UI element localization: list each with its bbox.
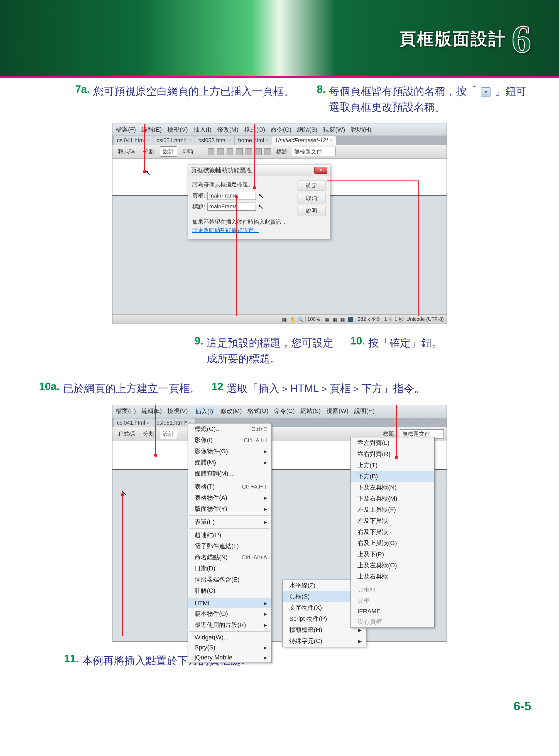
view-code[interactable]: 程式碼 [115,429,137,439]
menu-item[interactable]: 靠右對齊(R) [351,449,434,460]
menu-item[interactable]: 修改(M) [217,125,239,134]
menu-item[interactable]: 插入(I) [194,407,215,416]
menu-item[interactable]: 下及右巢狀(M) [351,493,434,504]
zoom-icon[interactable]: 🔍 [297,317,303,322]
menu-item[interactable]: 上及下(P) [351,549,434,560]
title-input[interactable]: 無標題文件 [292,147,336,156]
menu-item[interactable]: 伺服器端包含(E) [188,574,271,585]
menu-item[interactable]: Widget(W)... [188,633,271,642]
menu-item[interactable]: 下及左巢狀(N) [351,482,434,493]
menu-item[interactable]: 命令(C) [274,407,295,416]
menu-item[interactable]: IFRAME [351,606,434,616]
menu-item[interactable]: 格式(O) [244,125,265,134]
menu-item[interactable]: 左及下巢狀 [351,515,434,526]
ok-button[interactable]: 確定 [297,181,326,191]
menu-item[interactable]: 檢視(V) [167,125,188,134]
frame-select[interactable]: mainFrame [207,192,256,200]
tab[interactable]: csl041.html× [114,136,153,145]
screenshot-2-wrap: 檔案(F) 編輯(E) 檢視(V) 插入(I) 修改(M) 格式(O) 命令(C… [28,402,531,644]
menu-item[interactable]: 左及上巢狀(F) [351,504,434,515]
menu-item[interactable]: 範本物件(O)▶ [188,608,271,619]
field-frame-label: 頁框: [192,192,205,200]
menu-item[interactable]: 電子郵件連結(L) [188,541,271,552]
close-icon[interactable]: × [228,138,231,143]
menu-item[interactable]: 檔案(F) [116,125,136,134]
help-button[interactable]: 說明 [297,206,326,216]
tab[interactable]: home.html× [235,136,272,145]
menu-item[interactable]: 視窗(W) [323,125,345,134]
selector-icon[interactable]: ▦ [282,317,287,322]
tool-icon[interactable] [246,148,252,155]
view-live[interactable]: 即時 [180,147,197,156]
tool-icon[interactable]: ▦ [325,317,330,322]
tool-icon[interactable] [265,148,271,155]
menu-item[interactable]: 媒體(M)▶ [188,457,271,468]
menu-item[interactable]: 日期(D) [188,563,271,574]
menu-item[interactable]: 註解(C) [188,585,271,596]
menu-item[interactable]: 修改(M) [221,407,242,416]
menu-item[interactable]: 網站(S) [297,125,317,134]
view-split[interactable]: 分割 [140,147,157,156]
close-icon[interactable]: ✕ [314,167,327,174]
menu-item[interactable]: 影像(I)Ctrl+Alt+I [188,435,271,446]
menu-item[interactable]: 檔案(F) [116,407,136,416]
menu-item[interactable]: 影像物件(G)▶ [188,446,271,457]
menu-item[interactable]: 最近使用的片段(R)▶ [188,619,271,631]
tab[interactable]: csl041.html× [114,418,153,427]
menu-item[interactable]: 版面物件(Y)▶ [188,503,271,514]
menu-item[interactable]: 說明(H) [351,125,372,134]
dialog-link[interactable]: 請更改輔助功能偏好設定。 [192,227,259,233]
tool-icon[interactable] [348,317,353,322]
tab-active[interactable]: UntitledFrameset-12*× [272,136,336,145]
tool-icon[interactable]: ▦ [332,317,337,322]
tool-icon[interactable] [236,148,243,155]
view-design[interactable]: 設計 [160,429,177,439]
menu-item[interactable]: 表格(T)Ctrl+Alt+T [188,481,271,492]
menu-item[interactable]: 超連結(P) [188,529,271,541]
tool-icon[interactable] [217,148,224,155]
menu-item[interactable]: 視窗(W) [326,407,348,416]
menu-item[interactable]: 右及下巢狀 [351,526,434,537]
view-code[interactable]: 程式碼 [115,147,137,156]
cancel-button[interactable]: 取消 [297,193,326,203]
zoom-level[interactable]: 100% [306,316,322,322]
tab[interactable]: csl052.html× [195,136,234,145]
menu-item[interactable]: 表單(F)▶ [188,517,271,528]
menu-item[interactable]: 表格物件(A)▶ [188,492,271,503]
menu-item[interactable]: 標籤(G)...Ctrl+E [188,423,271,435]
menu-item[interactable]: 網站(S) [300,407,321,416]
tool-icon[interactable] [227,148,233,155]
close-icon[interactable]: × [147,420,149,426]
menu-item[interactable]: 下方(B) [351,471,434,482]
menu-item[interactable]: 編輯(E) [141,125,162,134]
close-icon[interactable]: × [330,138,332,143]
menu-item[interactable]: jQuery Mobile▶ [188,652,271,663]
menu-item[interactable]: 媒體查詢(M)... [188,468,271,479]
menu-item[interactable]: 命令(C) [271,125,291,134]
menu-item[interactable]: HTML▶ [188,598,271,608]
menu-item[interactable]: 插入(I) [194,125,211,134]
tool-icon[interactable] [255,148,262,155]
menu-item[interactable]: 上方(T) [351,460,434,471]
tab[interactable]: csl051.html*× [153,136,195,145]
menu-item[interactable]: 上及右巢狀 [351,571,434,582]
view-split[interactable]: 分割 [140,429,157,439]
menu-item[interactable]: 上及左巢狀(O) [351,560,434,571]
menu-item[interactable]: 靠左對齊(L) [351,437,434,449]
menu-item[interactable]: 命名錨點(N)Ctrl+Alt+A [188,552,271,563]
menu-item[interactable]: 檢視(V) [167,407,188,416]
close-icon[interactable]: × [188,138,191,143]
view-design[interactable]: 設計 [160,146,177,157]
close-icon[interactable]: × [147,138,149,143]
hand-icon[interactable]: ✋ [290,317,295,322]
menu-item[interactable]: 右及上巢狀(G) [351,537,434,549]
title-input[interactable]: mainFrame [207,203,256,211]
menu-item[interactable]: 特殊字元(C)▶ [283,636,366,647]
menu-item[interactable]: 格式(O) [247,407,269,416]
menu-item[interactable]: 編輯(E) [141,407,162,416]
tool-icon[interactable]: ▦ [340,317,345,322]
menu-item[interactable]: 說明(H) [354,407,375,416]
menu-item[interactable]: Spry(S)▶ [188,642,271,652]
close-icon[interactable]: × [266,138,268,143]
tool-icon[interactable] [208,148,214,155]
